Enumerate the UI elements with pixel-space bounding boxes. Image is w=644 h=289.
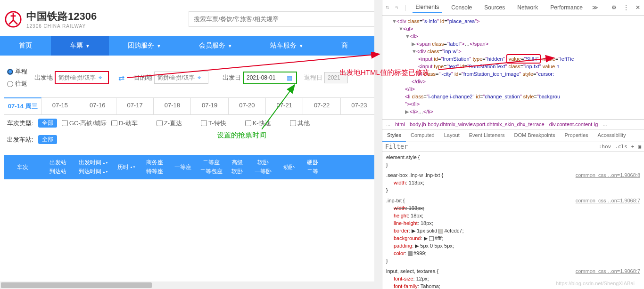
filter-label: 车次类型: bbox=[7, 119, 33, 128]
more-tabs-icon[interactable]: ≫ bbox=[592, 4, 598, 11]
logo-title: 中国铁路12306 bbox=[26, 9, 97, 24]
red-arrow-2 bbox=[438, 54, 556, 71]
swap-stations-icon[interactable]: ⇄ bbox=[116, 73, 127, 82]
tab-listeners[interactable]: Event Listeners bbox=[464, 129, 510, 142]
sort-icon: ▲▼ bbox=[103, 161, 108, 164]
red-annotation: 出发地HTML值的标签已修改 bbox=[339, 68, 429, 77]
chevron-down-icon: ▼ bbox=[85, 43, 90, 48]
th-duration[interactable]: 历时▲▼ bbox=[112, 159, 140, 176]
site-header: 中国铁路12306 12306 CHINA RAILWAY bbox=[0, 0, 382, 36]
th-business: 商务座特等座 bbox=[140, 159, 169, 176]
filter-z[interactable]: Z-直达 bbox=[157, 119, 182, 128]
location-icon: ⌖ bbox=[99, 74, 102, 81]
date-tab[interactable]: 07-15 bbox=[41, 98, 79, 114]
filter-t[interactable]: T-特快 bbox=[201, 119, 226, 128]
svg-rect-6 bbox=[396, 7, 397, 8]
devtools-panel: | Elements Console Sources Network Perfo… bbox=[382, 0, 644, 289]
inspect-icon[interactable] bbox=[386, 4, 389, 11]
date-tab-active[interactable]: 07-14 周三 bbox=[4, 97, 41, 114]
tab-accessibility[interactable]: Accessibility bbox=[593, 129, 631, 142]
watermark: https://blog.csdn.net/ShengXIABai bbox=[556, 281, 635, 286]
th-train: 车次 bbox=[4, 159, 41, 176]
hov-button[interactable]: :hov bbox=[599, 144, 611, 150]
chevron-down-icon: ▼ bbox=[228, 43, 232, 48]
filter-all-badge[interactable]: 全部 bbox=[38, 135, 57, 144]
close-icon[interactable]: ✕ bbox=[636, 4, 640, 11]
th-times[interactable]: 出发时间▲▼到达时间▲▼ bbox=[74, 159, 112, 176]
chevron-down-icon: ▼ bbox=[299, 43, 304, 48]
add-rule-icon[interactable]: + bbox=[631, 144, 635, 150]
date-tabs: 07-14 周三 07-15 07-16 07-17 07-18 07-19 0… bbox=[4, 97, 378, 115]
logo-subtitle: 12306 CHINA RAILWAY bbox=[26, 24, 97, 29]
devtools-tab-sources[interactable]: Sources bbox=[481, 2, 508, 13]
date-tab[interactable]: 07-23 bbox=[341, 98, 378, 114]
tab-properties[interactable]: Properties bbox=[560, 129, 593, 142]
website-panel: 中国铁路12306 12306 CHINA RAILWAY 首页 车票▼ 团购服… bbox=[0, 0, 382, 289]
green-arrow bbox=[262, 82, 299, 132]
filter-all-badge[interactable]: 全部 bbox=[38, 119, 57, 128]
devtools-toolbar: | Elements Console Sources Network Perfo… bbox=[382, 0, 644, 16]
tab-styles[interactable]: Styles bbox=[382, 129, 406, 142]
filter-label: 出发车站: bbox=[7, 136, 33, 144]
device-toggle-icon[interactable] bbox=[396, 4, 398, 11]
th-hard: 硬卧二等 bbox=[301, 159, 324, 176]
tab-layout[interactable]: Layout bbox=[439, 129, 464, 142]
from-station-input[interactable] bbox=[58, 74, 99, 81]
date-tab[interactable]: 07-22 bbox=[303, 98, 340, 114]
sort-icon: ▲▼ bbox=[103, 170, 108, 173]
devtools-tab-performance[interactable]: Performance bbox=[547, 2, 586, 13]
oneway-radio[interactable]: 单程 bbox=[7, 67, 27, 76]
cls-button[interactable]: .cls bbox=[615, 144, 627, 150]
roundtrip-radio[interactable]: 往返 bbox=[7, 80, 27, 88]
devtools-tab-network[interactable]: Network bbox=[514, 2, 541, 13]
more-icon[interactable]: ⋮ bbox=[623, 4, 629, 11]
nav-home[interactable]: 首页 bbox=[0, 36, 51, 56]
tab-computed[interactable]: Computed bbox=[406, 129, 439, 142]
chevron-down-icon: ▼ bbox=[157, 43, 161, 48]
tab-dombp[interactable]: DOM Breakpoints bbox=[510, 129, 560, 142]
header-search bbox=[189, 11, 377, 27]
settings-icon[interactable]: ⚙ bbox=[611, 4, 617, 11]
th-soft: 软卧一等卧 bbox=[249, 159, 277, 176]
from-label: 出发地 bbox=[34, 73, 53, 82]
from-station-input-wrapper[interactable]: ⌖ bbox=[55, 71, 109, 84]
date-tab[interactable]: 07-19 bbox=[191, 98, 228, 114]
devtools-tab-elements[interactable]: Elements bbox=[413, 2, 442, 13]
pin-icon[interactable]: ▣ bbox=[638, 144, 641, 150]
results-table-header: 车次 出发站到达站 出发时间▲▼到达时间▲▼ 历时▲▼ 商务座特等座 一等座 二… bbox=[4, 155, 378, 179]
scrollbar-vertical[interactable] bbox=[374, 0, 382, 289]
th-motion: 动卧 bbox=[277, 159, 301, 176]
devtools-tab-console[interactable]: Console bbox=[448, 2, 475, 13]
green-annotation: 设置的抢票时间 bbox=[217, 131, 266, 140]
elements-breadcrumb[interactable]: ... html body.jh-body.dhtmlx_winviewport… bbox=[382, 119, 644, 129]
svg-line-4 bbox=[262, 85, 295, 129]
th-stations: 出发站到达站 bbox=[41, 159, 74, 176]
styles-filter-bar: :hov .cls + ▣ bbox=[382, 142, 644, 152]
filter-d[interactable]: D-动车 bbox=[111, 119, 138, 128]
sort-icon: ▲▼ bbox=[130, 166, 136, 169]
styles-filter-input[interactable] bbox=[385, 143, 595, 150]
date-tab[interactable]: 07-18 bbox=[154, 98, 191, 114]
train-type-filter: 车次类型: 全部 GC-高铁/城际 D-动车 Z-直达 T-特快 K-快速 其他 bbox=[0, 115, 382, 131]
th-first: 一等座 bbox=[169, 159, 197, 176]
railway-logo-icon bbox=[5, 11, 22, 28]
th-soft-premium: 高级软卧 bbox=[225, 159, 249, 176]
date-tab[interactable]: 07-20 bbox=[229, 98, 266, 114]
filter-gc[interactable]: GC-高铁/城际 bbox=[62, 119, 107, 128]
date-tab[interactable]: 07-16 bbox=[79, 98, 116, 114]
svg-rect-7 bbox=[397, 7, 397, 8]
logo[interactable]: 中国铁路12306 12306 CHINA RAILWAY bbox=[5, 9, 97, 29]
th-second: 二等座二等包座 bbox=[197, 159, 225, 176]
styles-pane[interactable]: element.style { } .sear-box .inp-w .inp-… bbox=[382, 152, 644, 289]
site-search-input[interactable] bbox=[189, 11, 377, 27]
styles-tabs: Styles Computed Layout Event Listeners D… bbox=[382, 129, 644, 142]
scrollbar-horizontal[interactable] bbox=[0, 281, 374, 289]
date-tab[interactable]: 07-17 bbox=[116, 98, 154, 114]
svg-line-9 bbox=[438, 58, 554, 70]
nav-tickets[interactable]: 车票▼ bbox=[51, 36, 109, 56]
depart-station-filter: 出发车站: 全部 bbox=[0, 131, 382, 148]
